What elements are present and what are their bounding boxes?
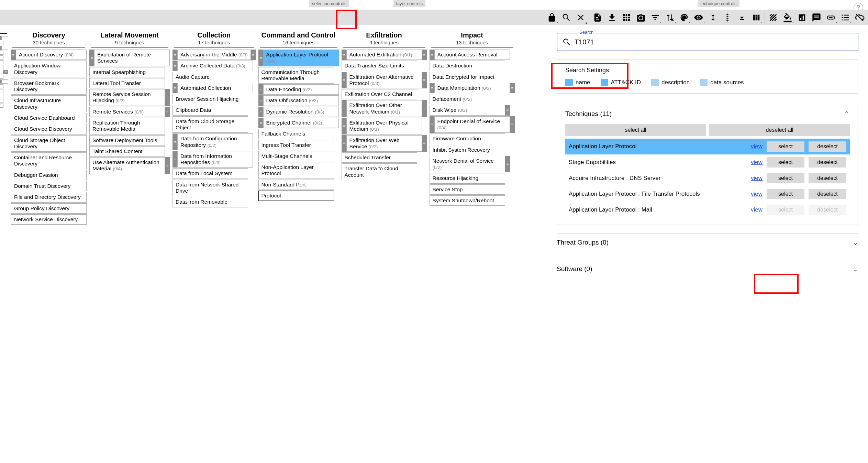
label-selection: selection controls xyxy=(309,0,349,7)
svg-rect-3 xyxy=(803,15,804,20)
sort-icon[interactable]: AZ▾ xyxy=(663,11,677,24)
grid-icon[interactable] xyxy=(620,11,633,24)
main-toolbar: ▾ ₁ ▾ ▾ AZ▾ ▾ ▾ ▾ ▾ ▾ ▾ ▾ xyxy=(0,10,868,25)
search-icon[interactable] xyxy=(559,11,573,24)
stripes-icon[interactable] xyxy=(766,11,780,24)
palette-icon[interactable]: ▾ xyxy=(677,11,691,24)
comment-icon[interactable]: ▾ xyxy=(810,11,823,24)
layer-controls: ▾ ▾ AZ▾ ▾ ▾ ▾ xyxy=(589,11,765,24)
fill-icon[interactable]: ▾ xyxy=(781,11,794,24)
deselect-icon[interactable]: ₁ xyxy=(574,11,588,24)
camera-icon[interactable] xyxy=(634,11,648,24)
lock-icon[interactable]: ▾ xyxy=(545,11,559,24)
label-technique: technique controls xyxy=(698,0,739,7)
link-icon[interactable]: ▾ xyxy=(824,11,838,24)
selection-controls: ▾ ₁ xyxy=(544,11,589,24)
svg-rect-2 xyxy=(802,17,802,20)
collapse-icon[interactable] xyxy=(735,11,749,24)
expand-vert-icon[interactable] xyxy=(706,11,720,24)
score-icon[interactable] xyxy=(795,11,809,24)
expand-all-icon[interactable] xyxy=(721,11,734,24)
svg-text:AZ: AZ xyxy=(670,18,674,21)
svg-rect-1 xyxy=(800,18,801,20)
file-icon[interactable]: ▾ xyxy=(591,11,604,24)
download-icon[interactable] xyxy=(605,11,619,24)
filter-icon[interactable]: ▾ xyxy=(648,11,662,24)
layout-icon[interactable]: ▾ xyxy=(749,11,763,24)
label-layer: layer controls xyxy=(393,0,425,7)
toolbar-labels: selection controls layer controls techni… xyxy=(0,0,868,10)
visibility-icon[interactable]: ▾ xyxy=(692,11,705,24)
technique-controls: ▾ ▾ ▾ ▾ xyxy=(765,11,868,24)
clear-icon[interactable] xyxy=(853,11,867,24)
metadata-icon[interactable]: ▾ xyxy=(838,11,852,24)
